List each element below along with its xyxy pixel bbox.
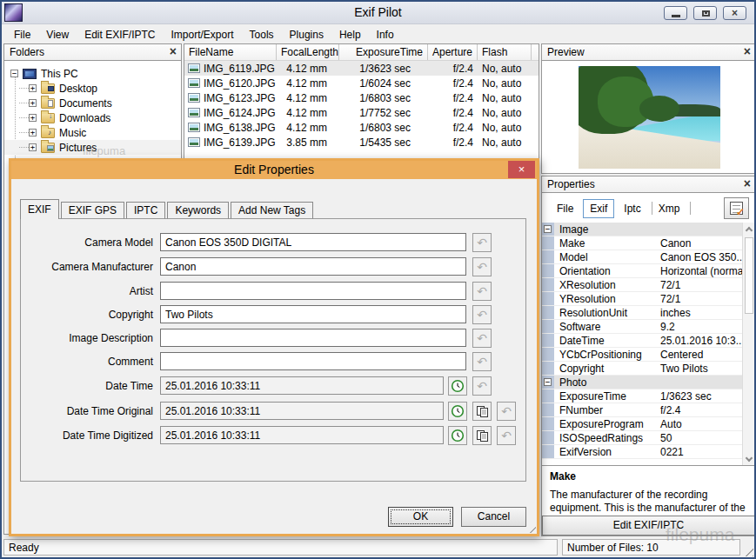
undo-button[interactable]: ↶ [497,402,516,421]
property-group-row[interactable]: − Photo [542,376,742,389]
clock-button[interactable] [448,426,467,445]
menu-help[interactable]: Help [331,27,369,43]
file-row[interactable]: IMG_6124.JPG 4.12 mm 1/7752 sec f/2.4 No… [184,105,539,120]
file-row[interactable]: IMG_6123.JPG 4.12 mm 1/6803 sec f/2.4 No… [184,90,539,105]
tab-exif[interactable]: Exif [583,199,614,218]
property-row[interactable]: DateTime25.01.2016 10:3... [542,334,742,348]
undo-button[interactable]: ↶ [497,426,516,445]
copy-button[interactable] [472,426,492,445]
expand-box-icon[interactable]: + [29,114,37,122]
edit-tag-list-button[interactable]: ✓ [724,197,749,219]
tab-xmp[interactable]: Xmp [657,200,686,217]
tree-item-this-pc[interactable]: − This PC [4,66,181,81]
copy-button[interactable] [472,402,492,421]
tab-iptc[interactable]: IPTC [126,202,165,219]
date-time-digitized-input[interactable] [160,426,444,444]
undo-button[interactable]: ↶ [472,257,492,276]
property-row[interactable]: ModelCanon EOS 350... [542,250,742,264]
file-row[interactable]: IMG_6120.JPG 4.12 mm 1/6024 sec f/2.4 No… [184,76,539,90]
dialog-resize-grip[interactable] [525,522,536,533]
camera-manufacturer-input[interactable] [160,257,466,276]
expand-box-icon[interactable]: + [29,129,37,136]
copyright-input[interactable] [160,305,466,323]
property-row[interactable]: ExposureTime1/3623 sec [542,389,742,403]
collapse-box-icon[interactable]: − [544,225,552,233]
collapse-box-icon[interactable]: − [544,378,552,386]
property-row[interactable]: ResolutionUnitinches [542,306,742,320]
clock-button[interactable] [448,376,467,396]
column-header-focallength[interactable]: FocalLength [277,44,339,60]
property-row[interactable]: ExifVersion0221 [542,445,742,459]
maximize-button[interactable] [693,6,717,20]
property-row[interactable]: YCbCrPositioningCentered [542,348,742,362]
menu-edit-exif-iptc[interactable]: Edit EXIF/IPTC [77,27,163,43]
tab-iptc[interactable]: Iptc [618,200,646,217]
preview-close-icon[interactable]: × [744,44,751,58]
date-time-input[interactable] [160,376,444,395]
comment-input[interactable] [160,352,466,370]
undo-button[interactable]: ↶ [472,233,492,252]
close-button[interactable]: × [723,6,746,20]
camera-model-input[interactable] [160,233,466,251]
property-group-row[interactable]: − Image [542,223,742,236]
expand-box-icon[interactable]: + [29,143,37,151]
column-header-exposuretime[interactable]: ExposureTime [339,44,428,60]
property-row[interactable]: ISOSpeedRatings50 [542,431,742,445]
expand-box-icon[interactable]: + [29,99,37,107]
menu-view[interactable]: View [38,27,77,43]
folders-close-icon[interactable]: × [170,44,177,58]
tab-file[interactable]: File [551,200,579,217]
cancel-button[interactable]: Cancel [461,507,526,527]
menu-plugins[interactable]: Plugins [282,27,331,43]
tab-exif-gps[interactable]: EXIF GPS [61,202,124,219]
property-row[interactable]: CopyrightTwo Pilots [542,362,742,376]
tab-keywords[interactable]: Keywords [167,202,229,219]
menu-import-export[interactable]: Import/Export [164,27,242,43]
tab-add-new-tags[interactable]: Add New Tags [231,202,313,219]
undo-button[interactable]: ↶ [472,376,492,396]
scroll-up-icon[interactable] [746,227,753,234]
artist-input[interactable] [160,282,466,300]
tree-item-pictures[interactable]: + Pictures [4,140,181,155]
undo-button[interactable]: ↶ [472,352,492,371]
undo-button[interactable]: ↶ [472,305,492,324]
clock-button[interactable] [448,402,467,421]
scroll-down-icon[interactable] [746,455,753,462]
property-row[interactable]: YResolution72/1 [542,292,742,306]
expand-box-icon[interactable]: + [29,84,37,92]
property-row[interactable]: MakeCanon [542,236,742,250]
ok-button[interactable]: OK [388,507,453,527]
property-row[interactable]: FNumberf/2.4 [542,403,742,417]
tab-exif[interactable]: EXIF [20,199,59,219]
minimize-button[interactable] [664,6,687,20]
dialog-title-bar[interactable]: Edit Properties × [11,161,537,179]
file-row[interactable]: IMG_6119.JPG 4.12 mm 1/3623 sec f/2.4 No… [184,61,539,76]
edit-exif-iptc-button[interactable]: Edit EXIF/IPTC [542,516,755,536]
dialog-close-button[interactable]: × [508,161,535,178]
tree-item-downloads[interactable]: + ↓ Downloads [4,110,181,125]
tree-item-desktop[interactable]: + Desktop [4,81,181,96]
menu-tools[interactable]: Tools [242,27,282,43]
properties-close-icon[interactable]: × [744,176,751,190]
property-row[interactable]: ExposureProgramAuto [542,417,742,431]
scrollbar-thumb[interactable] [745,237,753,314]
column-header-aperture[interactable]: Aperture [428,44,478,60]
date-time-original-input[interactable] [160,402,444,420]
property-row[interactable]: XResolution72/1 [542,278,742,292]
property-row[interactable]: Software9.2 [542,320,742,334]
undo-button[interactable]: ↶ [472,282,492,301]
image-description-input[interactable] [160,329,466,347]
property-row[interactable]: OrientationHorizontal (normal) [542,264,742,278]
column-header-filename[interactable]: FileName [184,44,277,60]
column-header-flash[interactable]: Flash [478,44,532,60]
tree-item-documents[interactable]: + Documents [4,96,181,110]
undo-button[interactable]: ↶ [472,329,492,348]
collapse-box-icon[interactable]: − [10,70,18,77]
menu-info[interactable]: Info [369,27,402,43]
window-resize-grip[interactable] [742,545,753,556]
file-row[interactable]: IMG_6138.JPG 4.12 mm 1/6803 sec f/2.4 No… [184,120,539,135]
tree-item-music[interactable]: + ♪ Music [4,125,181,140]
file-row[interactable]: IMG_6139.JPG 3.85 mm 1/5435 sec f/2.4 No… [184,135,539,150]
grid-scrollbar[interactable] [742,223,755,465]
menu-file[interactable]: File [6,27,38,43]
